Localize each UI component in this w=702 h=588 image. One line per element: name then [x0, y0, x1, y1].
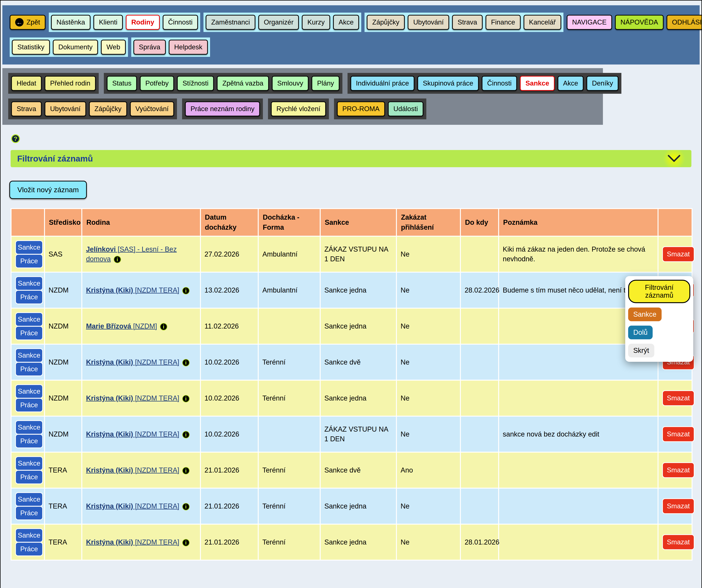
nav-button[interactable]: Rychlé vložení — [271, 102, 326, 116]
topnav-row-1: ← Zpět NástěnkaKlientiRodinyČinnostiZamě… — [10, 13, 691, 32]
info-icon[interactable]: i — [182, 395, 190, 402]
row-sankce-button[interactable]: Sankce — [15, 240, 43, 255]
family-link[interactable]: Jelínkovi [SAS] - Lesní - Bez domova — [86, 246, 177, 263]
nav-button[interactable]: Správa — [133, 40, 166, 55]
family-link[interactable]: Kristýna (Kiki) [NZDM TERA] — [86, 286, 179, 294]
nav-button[interactable]: Individuální práce — [350, 76, 415, 91]
nav-button[interactable]: Ubytování — [408, 15, 449, 30]
nav-button[interactable]: Finance — [485, 15, 521, 30]
nav-button[interactable]: Rodiny — [126, 15, 159, 30]
family-link[interactable]: Marie Břízová [NZDM] — [86, 322, 157, 330]
row-prace-button[interactable]: Práce — [15, 398, 43, 412]
help-icon[interactable]: ? — [11, 134, 20, 143]
nav-button[interactable]: Web — [101, 40, 126, 55]
nav-button[interactable]: Smlouvy — [272, 76, 309, 91]
nav-button[interactable]: Strava — [11, 102, 42, 116]
row-sankce-button[interactable]: Sankce — [15, 384, 43, 399]
family-link[interactable]: Kristýna (Kiki) [NZDM TERA] — [86, 538, 179, 546]
nav-button[interactable]: Přehled rodin — [44, 76, 96, 91]
row-sankce-button[interactable]: Sankce — [15, 312, 43, 326]
info-icon[interactable]: i — [182, 287, 190, 294]
info-icon[interactable]: i — [182, 539, 190, 546]
delete-button[interactable]: Smazat — [662, 246, 695, 262]
nav-button[interactable]: Sankce — [520, 76, 555, 91]
nav-button[interactable]: Kurzy — [302, 15, 330, 30]
family-link[interactable]: Kristýna (Kiki) [NZDM TERA] — [86, 358, 179, 366]
row-prace-button[interactable]: Práce — [15, 290, 43, 304]
nav-button[interactable]: PRO-ROMA — [337, 102, 385, 116]
nav-button[interactable]: Strava — [452, 15, 483, 30]
delete-button[interactable]: Smazat — [662, 498, 695, 514]
nav-button[interactable]: ODHLÁSIT — [667, 15, 702, 30]
nav-button[interactable]: Skupinová práce — [418, 76, 479, 91]
family-link[interactable]: Kristýna (Kiki) [NZDM TERA] — [86, 430, 179, 438]
nav-button[interactable]: Zápůjčky — [89, 102, 127, 116]
nav-button[interactable]: Akce — [558, 76, 584, 91]
info-icon[interactable]: i — [182, 467, 190, 474]
nav-button[interactable]: Dokumenty — [53, 40, 98, 55]
top-navigation: ← Zpět NástěnkaKlientiRodinyČinnostiZamě… — [2, 5, 700, 64]
popup-menu-item-skrýt[interactable]: Skrýt — [628, 344, 654, 357]
nav-button[interactable]: Plány — [312, 76, 340, 91]
nav-button[interactable]: Stížnosti — [177, 76, 214, 91]
delete-button[interactable]: Smazat — [662, 534, 695, 550]
popup-menu-item-sankce[interactable]: Sankce — [628, 307, 662, 321]
chevron-down-icon[interactable] — [659, 150, 690, 167]
nav-button[interactable]: Helpdesk — [169, 40, 208, 55]
info-icon[interactable]: i — [160, 323, 167, 330]
nav-button[interactable]: Práce neznám rodiny — [185, 102, 260, 116]
nav-button[interactable]: Vyúčtování — [130, 102, 174, 116]
row-sankce-button[interactable]: Sankce — [15, 420, 43, 435]
row-sankce-button[interactable]: Sankce — [15, 528, 43, 543]
nav-button[interactable]: Události — [388, 102, 424, 116]
info-icon[interactable]: i — [182, 431, 190, 438]
delete-button[interactable]: Smazat — [662, 462, 695, 478]
row-prace-button[interactable]: Práce — [15, 506, 43, 520]
nav-button[interactable]: Deníky — [586, 76, 618, 91]
delete-button[interactable]: Smazat — [662, 426, 695, 442]
filter-panel-header[interactable]: Filtrování záznamů — [11, 150, 691, 167]
nav-button[interactable]: Ubytování — [44, 102, 86, 116]
nav-button[interactable]: Statistiky — [12, 40, 50, 55]
row-prace-button[interactable]: Práce — [15, 434, 43, 448]
family-link[interactable]: Kristýna (Kiki) [NZDM TERA] — [86, 394, 179, 402]
row-prace-button[interactable]: Práce — [15, 254, 43, 268]
info-icon[interactable]: i — [182, 503, 190, 510]
nav-button[interactable]: Organizér — [258, 15, 299, 30]
row-prace-button[interactable]: Práce — [15, 470, 43, 484]
row-prace-button[interactable]: Práce — [15, 542, 43, 556]
family-link[interactable]: Kristýna (Kiki) [NZDM TERA] — [86, 502, 179, 510]
row-sankce-button[interactable]: Sankce — [15, 348, 43, 362]
info-icon[interactable]: i — [114, 256, 121, 263]
row-prace-button[interactable]: Práce — [15, 362, 43, 376]
insert-new-record-button[interactable]: Vložit nový záznam — [9, 181, 87, 199]
row-prace-button[interactable]: Práce — [15, 326, 43, 340]
nav-button[interactable]: Nástěnka — [51, 15, 91, 30]
row-sankce-button[interactable]: Sankce — [15, 276, 43, 291]
nav-button[interactable]: Činnosti — [482, 76, 517, 91]
filter-panel-title: Filtrování záznamů — [17, 154, 93, 163]
nav-button[interactable]: NÁPOVĚDA — [615, 15, 664, 30]
row-sankce-button[interactable]: Sankce — [15, 456, 43, 470]
nav-button[interactable]: Klienti — [93, 15, 123, 30]
nav-button[interactable]: Činnosti — [163, 15, 198, 30]
cell-datum: 13.02.2026 — [200, 272, 258, 308]
row-sankce-button[interactable]: Sankce — [15, 492, 43, 506]
popup-filter-button[interactable]: Filtrování záznamů — [628, 280, 690, 303]
nav-button[interactable]: Zápůjčky — [367, 15, 405, 30]
nav-button[interactable]: Potřeby — [140, 76, 174, 91]
nav-button[interactable]: Hledat — [11, 76, 42, 91]
nav-button[interactable]: NAVIGACE — [567, 15, 612, 30]
info-icon[interactable]: i — [182, 359, 190, 366]
popup-menu-item-dolů[interactable]: Dolů — [628, 326, 653, 339]
nav-button[interactable]: Status — [107, 76, 137, 91]
nav-button[interactable]: Zpětná vazba — [217, 76, 269, 91]
cell-zakazat: Ne — [396, 272, 461, 308]
nav-button[interactable]: Kancelář — [523, 15, 561, 30]
nav-button[interactable]: Akce — [333, 15, 359, 30]
family-link[interactable]: Kristýna (Kiki) [NZDM TERA] — [86, 466, 179, 474]
delete-button[interactable]: Smazat — [662, 390, 695, 406]
cell-poznamka — [499, 488, 658, 524]
back-button[interactable]: ← Zpět — [10, 15, 45, 30]
nav-button[interactable]: Zaměstnanci — [206, 15, 255, 30]
